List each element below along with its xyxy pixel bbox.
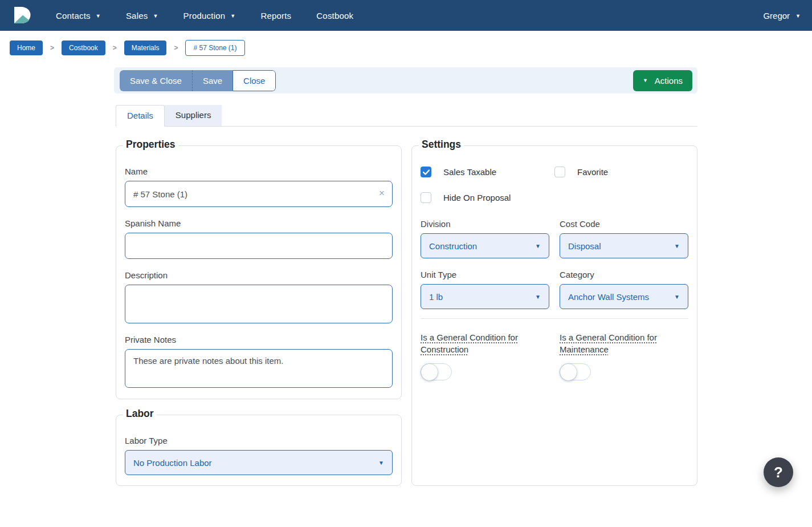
category-field: Category Anchor Wall Systems ▼ bbox=[560, 270, 688, 309]
nav-item-reports[interactable]: Reports bbox=[260, 11, 291, 21]
nav-item-label: Reports bbox=[260, 11, 291, 21]
private-notes-textarea[interactable]: These are private notes about this item. bbox=[125, 349, 393, 388]
private-notes-field-label: Private Notes bbox=[125, 335, 393, 344]
sales-taxable-checkbox[interactable] bbox=[421, 167, 431, 177]
chevron-down-icon: ▼ bbox=[643, 78, 648, 83]
left-column: Properties Name × Spanish Name Descripti… bbox=[116, 145, 402, 486]
breadcrumb-home[interactable]: Home bbox=[10, 40, 43, 55]
toggle-knob bbox=[421, 364, 438, 380]
chevron-down-icon: ▼ bbox=[674, 294, 680, 300]
hide-on-proposal-label: Hide On Proposal bbox=[443, 193, 511, 202]
spanish-name-field-wrap bbox=[125, 233, 393, 259]
properties-panel: Properties Name × Spanish Name Descripti… bbox=[116, 145, 402, 399]
unit-type-dropdown[interactable]: 1 lb ▼ bbox=[421, 284, 549, 309]
breadcrumb-materials[interactable]: Materials bbox=[124, 40, 167, 55]
tab-details[interactable]: Details bbox=[116, 105, 165, 127]
nav-item-costbook[interactable]: Costbook bbox=[316, 11, 353, 21]
favorite-row: Favorite bbox=[554, 167, 688, 177]
division-field-label: Division bbox=[421, 219, 549, 229]
sales-taxable-row: Sales Taxable bbox=[421, 167, 554, 177]
actions-button-label: Actions bbox=[655, 76, 683, 86]
chevron-down-icon: ▼ bbox=[674, 243, 680, 249]
nav-item-sales[interactable]: Sales ▼ bbox=[126, 11, 158, 21]
question-mark-icon: ? bbox=[774, 464, 783, 481]
general-condition-maintenance-label: Is a General Condition for Maintenance bbox=[560, 331, 666, 355]
hide-on-proposal-row: Hide On Proposal bbox=[421, 192, 554, 203]
breadcrumb-current-item[interactable]: # 57 Stone (1) bbox=[185, 40, 244, 56]
name-input[interactable] bbox=[125, 181, 393, 207]
general-condition-maintenance-field: Is a General Condition for Maintenance bbox=[560, 331, 688, 380]
general-condition-toggle-grid: Is a General Condition for Construction … bbox=[421, 331, 688, 380]
nav-item-label: Production bbox=[183, 11, 226, 21]
chevron-down-icon: ▼ bbox=[153, 13, 158, 19]
nav-item-label: Contacts bbox=[56, 11, 91, 21]
nav-menu: Contacts ▼ Sales ▼ Production ▼ Reports … bbox=[56, 11, 353, 21]
labor-type-dropdown-value: No Production Labor bbox=[133, 458, 212, 468]
category-field-label: Category bbox=[560, 270, 688, 279]
unit-type-field-label: Unit Type bbox=[421, 270, 549, 279]
chevron-right-icon: > bbox=[174, 44, 178, 52]
actions-button[interactable]: ▼ Actions bbox=[633, 70, 692, 91]
category-dropdown[interactable]: Anchor Wall Systems ▼ bbox=[560, 284, 688, 309]
nav-item-label: Costbook bbox=[316, 11, 353, 21]
chevron-down-icon: ▼ bbox=[535, 294, 541, 300]
tab-bar: Details Suppliers bbox=[116, 105, 697, 127]
settings-checkbox-group: Sales Taxable Favorite Hide On Proposal bbox=[421, 167, 688, 203]
chevron-down-icon: ▼ bbox=[96, 13, 101, 19]
division-dropdown-value: Construction bbox=[429, 241, 477, 251]
check-icon bbox=[423, 169, 430, 175]
chevron-right-icon: > bbox=[50, 44, 54, 52]
hide-on-proposal-checkbox[interactable] bbox=[421, 192, 431, 203]
action-bar: Save & Close Save Close ▼ Actions bbox=[114, 67, 697, 94]
favorite-label: Favorite bbox=[577, 167, 608, 177]
chevron-down-icon: ▼ bbox=[230, 13, 235, 19]
top-navbar: Contacts ▼ Sales ▼ Production ▼ Reports … bbox=[0, 0, 812, 31]
settings-dropdown-grid: Division Construction ▼ Cost Code Dispos… bbox=[421, 219, 688, 309]
labor-type-field-label: Labor Type bbox=[125, 436, 393, 445]
nav-item-contacts[interactable]: Contacts ▼ bbox=[56, 11, 101, 21]
brand-logo-link[interactable] bbox=[11, 5, 32, 26]
division-field: Division Construction ▼ bbox=[421, 219, 549, 258]
general-condition-construction-label: Is a General Condition for Construction bbox=[421, 331, 527, 355]
toggle-knob bbox=[560, 364, 577, 380]
general-condition-construction-toggle[interactable] bbox=[421, 363, 452, 380]
cost-code-dropdown[interactable]: Disposal ▼ bbox=[560, 233, 688, 258]
properties-panel-title: Properties bbox=[123, 139, 178, 151]
general-condition-maintenance-toggle[interactable] bbox=[560, 363, 591, 380]
cost-code-dropdown-value: Disposal bbox=[568, 241, 601, 251]
help-button[interactable]: ? bbox=[764, 457, 793, 487]
labor-type-dropdown[interactable]: No Production Labor ▼ bbox=[125, 450, 393, 475]
labor-panel: Labor Labor Type No Production Labor ▼ bbox=[116, 415, 402, 486]
close-button[interactable]: Close bbox=[232, 70, 276, 91]
spanish-name-input[interactable] bbox=[125, 233, 393, 259]
unit-type-field: Unit Type 1 lb ▼ bbox=[421, 270, 549, 309]
save-and-close-button[interactable]: Save & Close bbox=[120, 70, 193, 91]
cost-code-field: Cost Code Disposal ▼ bbox=[560, 219, 688, 258]
chevron-right-icon: > bbox=[113, 44, 117, 52]
name-field-label: Name bbox=[125, 167, 393, 176]
cost-code-field-label: Cost Code bbox=[560, 219, 688, 229]
breadcrumb: Home > Costbook > Materials > # 57 Stone… bbox=[0, 31, 812, 56]
user-menu[interactable]: Gregor ▼ bbox=[763, 11, 801, 21]
general-condition-construction-field: Is a General Condition for Construction bbox=[421, 331, 549, 380]
category-dropdown-value: Anchor Wall Systems bbox=[568, 292, 649, 302]
user-name: Gregor bbox=[763, 11, 790, 21]
chevron-down-icon: ▼ bbox=[795, 13, 801, 19]
chevron-down-icon: ▼ bbox=[378, 460, 384, 466]
save-button[interactable]: Save bbox=[193, 70, 232, 91]
settings-panel-title: Settings bbox=[419, 139, 464, 151]
settings-panel: Settings Sales Taxable Favorite bbox=[411, 145, 697, 486]
main-content: Properties Name × Spanish Name Descripti… bbox=[116, 145, 697, 486]
description-field-label: Description bbox=[125, 270, 393, 280]
favorite-checkbox[interactable] bbox=[554, 167, 565, 177]
clear-icon[interactable]: × bbox=[379, 188, 385, 198]
division-dropdown[interactable]: Construction ▼ bbox=[421, 233, 549, 258]
right-column: Settings Sales Taxable Favorite bbox=[411, 145, 697, 486]
tab-suppliers[interactable]: Suppliers bbox=[165, 105, 222, 127]
breadcrumb-costbook[interactable]: Costbook bbox=[62, 40, 105, 55]
spanish-name-field-label: Spanish Name bbox=[125, 218, 393, 228]
nav-item-production[interactable]: Production ▼ bbox=[183, 11, 236, 21]
description-textarea[interactable] bbox=[125, 285, 393, 323]
sales-taxable-label: Sales Taxable bbox=[443, 167, 496, 177]
name-field-wrap: × bbox=[125, 181, 393, 207]
